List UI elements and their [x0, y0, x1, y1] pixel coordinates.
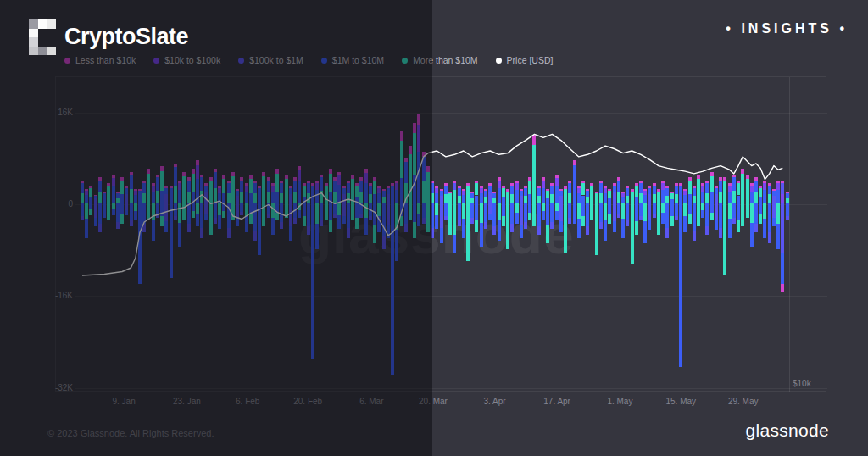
y-axis-tick-label: 16K	[53, 108, 73, 117]
x-axis-tick-label: 3. Apr	[484, 397, 506, 406]
logo-pixel	[47, 29, 56, 38]
logo-pixel	[29, 37, 38, 47]
x-axis-tick-label: 20. Feb	[293, 397, 322, 406]
y-axis-tick-label: -32K	[53, 383, 73, 392]
x-axis-tick-label: 20. Mar	[419, 397, 448, 406]
legend-dot-icon	[153, 58, 159, 64]
logo-pixel	[38, 47, 47, 56]
logo-pixel	[38, 19, 47, 29]
plot-area[interactable]	[81, 76, 793, 392]
x-axis-tick-label: 6. Feb	[236, 397, 259, 406]
legend-item-4[interactable]: More than $10M	[402, 55, 477, 65]
x-axis-tick-label: 1. May	[607, 397, 632, 406]
legend-dot-icon	[402, 58, 408, 64]
y-axis-tick-label: 0	[53, 199, 73, 209]
logo-pixel	[38, 37, 47, 47]
logo-pixel	[47, 47, 56, 56]
right-axis-tick-label: $10k	[793, 379, 811, 388]
legend: Less than $10k$10k to $100k$100k to $1M$…	[64, 55, 553, 65]
insights-banner: glassnode $10k 16K0-16K-32K9. Jan23. Jan…	[0, 0, 868, 456]
logo-pixel	[47, 37, 56, 47]
legend-item-0[interactable]: Less than $10k	[64, 55, 136, 65]
y-axis-tick-label: -16K	[53, 291, 73, 300]
x-axis-tick-label: 15. May	[665, 397, 696, 406]
copyright-text: © 2023 Glassnode. All Rights Reserved.	[47, 428, 214, 438]
logo-pixel	[29, 47, 38, 56]
insights-badge: • INSIGHTS •	[726, 21, 848, 36]
legend-item-label: Price [USD]	[507, 55, 554, 65]
legend-dot-icon	[321, 58, 327, 64]
legend-item-label: $100k to $1M	[249, 55, 303, 65]
legend-item-2[interactable]: $100k to $1M	[238, 55, 303, 65]
glassnode-wordmark: glassnode	[746, 420, 829, 441]
legend-dot-icon	[238, 58, 244, 64]
legend-dot-icon	[496, 58, 502, 64]
legend-item-label: $1M to $10M	[332, 55, 384, 65]
logo-pixel	[29, 29, 38, 38]
x-axis-tick-label: 29. May	[728, 397, 759, 406]
x-axis-tick-label: 23. Jan	[173, 397, 201, 406]
logo-pixel	[47, 19, 56, 29]
x-axis-tick-label: 9. Jan	[112, 397, 135, 406]
legend-item-5[interactable]: Price [USD]	[496, 55, 554, 65]
x-axis-tick-label: 6. Mar	[359, 397, 383, 406]
legend-item-label: Less than $10k	[75, 55, 136, 65]
logo-pixel	[29, 19, 38, 29]
page-title: CryptoSlate	[64, 24, 188, 50]
cryptoslate-logo	[29, 19, 56, 55]
price-line	[81, 76, 793, 392]
x-axis-tick-label: 17. Apr	[543, 397, 570, 406]
legend-item-3[interactable]: $1M to $10M	[321, 55, 384, 65]
legend-item-label: More than $10M	[413, 55, 477, 65]
legend-item-1[interactable]: $10k to $100k	[153, 55, 220, 65]
legend-dot-icon	[64, 58, 70, 64]
legend-item-label: $10k to $100k	[164, 55, 220, 65]
logo-pixel	[38, 29, 47, 38]
